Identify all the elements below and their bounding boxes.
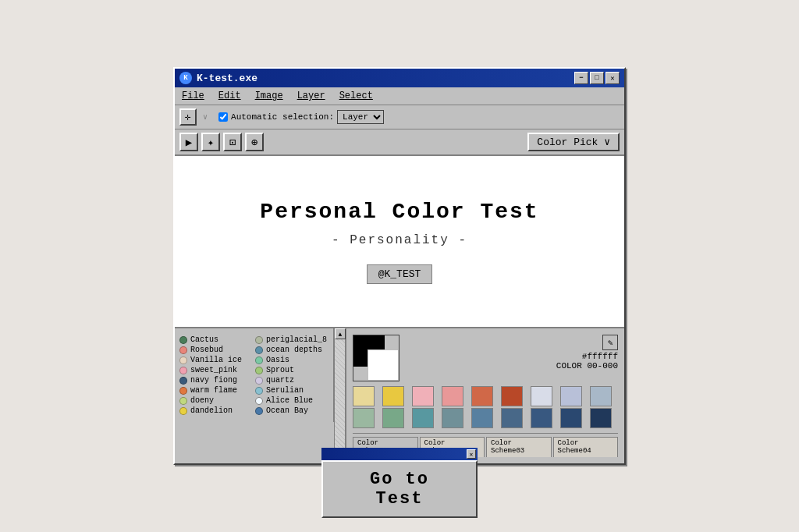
color-dot: [255, 377, 263, 385]
list-item[interactable]: sweet_pink: [179, 365, 252, 375]
title-buttons: − □ ✕: [574, 72, 620, 84]
list-item[interactable]: Cactus: [179, 335, 252, 345]
close-button[interactable]: ✕: [605, 72, 620, 84]
menu-image[interactable]: Image: [253, 90, 286, 102]
palette-cell[interactable]: [560, 386, 582, 406]
menu-bar: File Edit Image Layer Select: [175, 87, 624, 105]
goto-test-button[interactable]: Go to Test: [321, 460, 478, 518]
color-name: Rosebud: [190, 346, 223, 354]
palette-grid: [353, 386, 618, 428]
palette-cell[interactable]: [442, 408, 463, 428]
color-dot: [255, 367, 263, 374]
palette-cell[interactable]: [471, 386, 493, 406]
layer-dropdown[interactable]: Layer: [337, 110, 384, 124]
palette-cell[interactable]: [560, 408, 582, 428]
canvas-title: Personal Color Test: [260, 200, 538, 224]
list-item[interactable]: doeny: [179, 395, 252, 406]
color-dot: [255, 397, 263, 405]
color-name: sweet_pink: [190, 366, 237, 374]
color-name: Oasis: [266, 356, 289, 364]
color-dot: [179, 397, 187, 405]
edit-pencil-button[interactable]: ✎: [602, 335, 618, 350]
color-dot: [255, 346, 263, 354]
maximize-button[interactable]: □: [590, 72, 604, 84]
color-name: Cactus: [190, 335, 218, 344]
goto-title-bar: ✕: [321, 448, 478, 460]
toolbar-2: ▶ ✦ ⊡ ⊕ Color Pick ∨: [175, 129, 624, 156]
palette-cell[interactable]: [501, 386, 523, 406]
color-name: Alice Blue: [266, 396, 313, 405]
palette-cell[interactable]: [471, 408, 493, 428]
list-item[interactable]: Alice Blue: [255, 395, 328, 406]
color-pick-button[interactable]: Color Pick ∨: [527, 133, 620, 151]
color-dot: [179, 367, 187, 374]
auto-select-checkbox[interactable]: [218, 112, 228, 122]
menu-file[interactable]: File: [179, 90, 207, 102]
color-dot: [179, 377, 187, 385]
palette-cell[interactable]: [531, 386, 552, 406]
color-preview-box[interactable]: [353, 335, 400, 381]
palette-cell[interactable]: [382, 386, 404, 406]
color-preview-white: [368, 349, 399, 381]
palette-cell[interactable]: [531, 408, 552, 428]
list-item[interactable]: Ocean Bay: [255, 406, 328, 416]
select-tool[interactable]: ▶: [179, 133, 198, 151]
palette-cell[interactable]: [353, 408, 375, 428]
list-item[interactable]: Rosebud: [179, 345, 252, 355]
color-name: Sprout: [266, 366, 294, 374]
color-pick-label: Color Pick ∨: [537, 136, 610, 148]
palette-cell[interactable]: [412, 386, 434, 406]
color-dot: [179, 356, 187, 364]
palette-cell[interactable]: [353, 386, 375, 406]
bottom-area: Cactus Rosebud Vanilla ice: [175, 328, 624, 463]
color-name: Ocean Bay: [266, 406, 308, 415]
color-name: Vanilla ice: [190, 356, 242, 364]
list-item[interactable]: ocean depths: [255, 345, 328, 355]
scheme-tab-4[interactable]: Color Scheme04: [553, 437, 619, 457]
goto-close-button[interactable]: ✕: [467, 449, 476, 459]
magic-tool[interactable]: ✦: [201, 133, 220, 151]
color-dot: [179, 387, 187, 395]
color-name: dandelion: [190, 406, 233, 415]
scroll-up-arrow[interactable]: ▲: [335, 328, 346, 339]
palette-cell[interactable]: [442, 386, 463, 406]
color-list-panel: Cactus Rosebud Vanilla ice: [175, 328, 346, 422]
menu-select[interactable]: Select: [337, 90, 375, 102]
canvas-area: Personal Color Test - Personality - @K_T…: [175, 156, 624, 328]
palette-cell[interactable]: [590, 386, 612, 406]
app-icon: K: [179, 72, 192, 84]
auto-select-label: Automatic selection:: [231, 112, 334, 122]
color-name: quartz: [266, 376, 294, 385]
move-tool[interactable]: ✛: [179, 108, 197, 126]
palette-cell[interactable]: [382, 408, 404, 428]
list-item[interactable]: warm flame: [179, 385, 252, 395]
list-item[interactable]: Sprout: [255, 365, 328, 375]
color-name: ocean depths: [266, 346, 322, 354]
menu-edit[interactable]: Edit: [216, 90, 243, 102]
palette-cell[interactable]: [412, 408, 434, 428]
list-item[interactable]: Vanilla ice: [179, 355, 252, 365]
palette-cell[interactable]: [501, 408, 523, 428]
color-dot: [255, 387, 263, 395]
color-name: navy fiong: [190, 376, 237, 385]
list-item[interactable]: Serulian: [255, 385, 328, 395]
list-item[interactable]: Oasis: [255, 355, 328, 365]
list-item[interactable]: periglacial_8: [255, 335, 328, 345]
color-name: Serulian: [266, 386, 304, 395]
list-item[interactable]: quartz: [255, 375, 328, 385]
crop-tool[interactable]: ⊡: [223, 133, 242, 151]
canvas-subtitle: - Personality -: [332, 233, 467, 247]
list-item[interactable]: dandelion: [179, 406, 252, 416]
toolbar-1: ✛ ∨ Automatic selection: Layer: [175, 105, 624, 129]
main-window: K K-test.exe − □ ✕ File Edit Image Layer…: [173, 67, 626, 465]
crosshair-tool[interactable]: ⊕: [245, 133, 264, 151]
minimize-button[interactable]: −: [574, 72, 588, 84]
title-bar-left: K K-test.exe: [179, 72, 257, 84]
auto-select-area: Automatic selection: Layer: [218, 110, 384, 124]
menu-layer[interactable]: Layer: [295, 90, 328, 102]
palette-cell[interactable]: [590, 408, 612, 428]
scheme-tab-3[interactable]: Color Scheme03: [486, 437, 552, 457]
toolbar-divider: ∨: [203, 112, 208, 122]
list-item[interactable]: navy fiong: [179, 375, 252, 385]
hex-value: #ffffff: [556, 352, 618, 361]
